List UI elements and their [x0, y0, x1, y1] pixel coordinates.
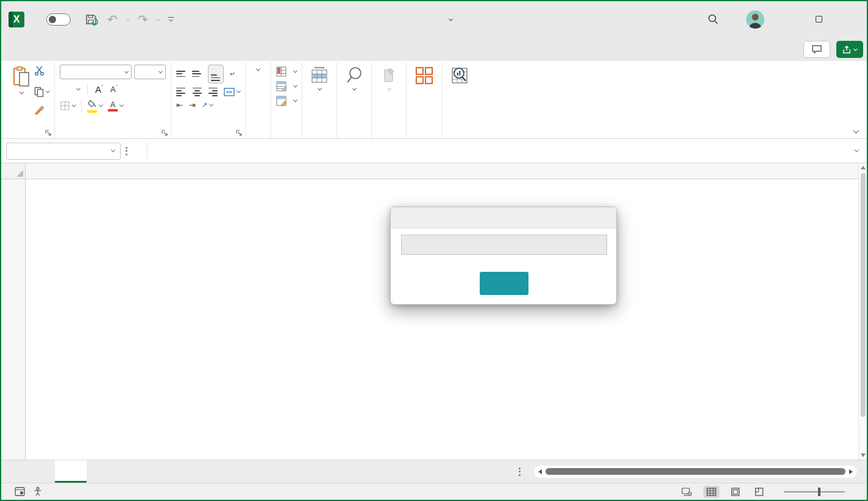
- align-center-icon[interactable]: [192, 88, 202, 97]
- dialog-close-icon[interactable]: [594, 207, 610, 229]
- decrease-indent-icon[interactable]: ⇤: [176, 101, 183, 110]
- maximize-button[interactable]: [809, 14, 828, 25]
- cells-button[interactable]: [307, 65, 332, 92]
- tab-automate[interactable]: [127, 45, 141, 54]
- cell-styles-button[interactable]: [276, 96, 297, 106]
- tab-accueil[interactable]: [24, 45, 39, 54]
- scroll-left-icon[interactable]: [538, 469, 542, 474]
- number-format-button[interactable]: [251, 65, 266, 71]
- addins-button[interactable]: [411, 65, 437, 88]
- save-icon[interactable]: [85, 13, 99, 26]
- merge-center-button[interactable]: [224, 88, 240, 96]
- align-bottom-button[interactable]: [208, 65, 224, 84]
- format-as-table-button[interactable]: [276, 81, 297, 91]
- align-middle-icon[interactable]: [192, 71, 202, 77]
- comments-button[interactable]: [803, 41, 830, 58]
- scroll-right-icon[interactable]: [849, 469, 853, 474]
- page-break-view-icon: [755, 488, 764, 496]
- accessibility-status[interactable]: [34, 487, 44, 496]
- tab-fichier[interactable]: [10, 45, 24, 54]
- scroll-down-icon[interactable]: [861, 453, 866, 457]
- tab-developpeur[interactable]: [141, 45, 156, 54]
- font-size-select[interactable]: [134, 65, 166, 79]
- range-input[interactable]: [401, 235, 607, 255]
- align-right-icon[interactable]: [208, 88, 218, 97]
- orientation-button[interactable]: ↗: [202, 101, 213, 109]
- horizontal-scrollbar[interactable]: [534, 466, 857, 478]
- toggle-knob: [49, 16, 56, 23]
- fill-color-button[interactable]: [87, 99, 102, 113]
- share-button[interactable]: [836, 41, 863, 58]
- page-break-view-button[interactable]: [752, 486, 767, 498]
- title-bar: X ↶ ↷: [1, 1, 867, 38]
- conditional-formatting-button[interactable]: [276, 66, 297, 77]
- editing-button[interactable]: [342, 65, 366, 92]
- customize-qat-button[interactable]: [168, 17, 174, 23]
- font-color-button[interactable]: A: [108, 101, 123, 112]
- tab-revision[interactable]: [98, 45, 112, 54]
- clipboard-icon: [12, 66, 31, 88]
- tab-donnees[interactable]: [83, 45, 98, 54]
- undo-button[interactable]: ↶: [107, 13, 118, 26]
- zoom-slider[interactable]: [784, 491, 845, 492]
- group-cells: [302, 62, 337, 138]
- font-dialog-launcher-icon[interactable]: [162, 130, 168, 136]
- undo-chevron-icon[interactable]: [126, 16, 130, 21]
- ok-button[interactable]: [480, 272, 528, 295]
- alignment-dialog-launcher-icon[interactable]: [236, 130, 242, 136]
- macro-record-icon[interactable]: [15, 487, 25, 496]
- page-layout-view-button[interactable]: [728, 486, 743, 498]
- vertical-scroll-thumb[interactable]: [861, 173, 866, 417]
- tab-aide[interactable]: [156, 45, 171, 54]
- horizontal-scroll-thumb[interactable]: [546, 468, 845, 475]
- excel-logo-icon[interactable]: X: [9, 12, 24, 27]
- group-font: Aˆ Aˇ A: [55, 62, 171, 138]
- increase-indent-icon[interactable]: ⇥: [189, 101, 196, 110]
- paste-chevron-icon[interactable]: [19, 90, 23, 94]
- cut-button[interactable]: [34, 66, 49, 78]
- group-alignment: ↵ ⇤ ⇥ ↗: [171, 62, 246, 138]
- zoom-slider-handle[interactable]: [818, 488, 820, 496]
- decrease-font-button[interactable]: Aˇ: [110, 84, 118, 94]
- redo-button[interactable]: ↷: [138, 13, 148, 26]
- sheet-tab-source-listing[interactable]: [55, 460, 87, 483]
- select-all-corner[interactable]: [1, 163, 26, 179]
- clipboard-dialog-launcher-icon[interactable]: [45, 130, 51, 136]
- name-box[interactable]: [6, 143, 121, 160]
- expand-formula-bar-icon[interactable]: [855, 148, 859, 152]
- scissors-icon: [34, 66, 44, 76]
- font-name-select[interactable]: [60, 65, 132, 79]
- tab-insertion[interactable]: [39, 45, 54, 54]
- underline-chevron-icon[interactable]: [76, 86, 80, 90]
- paste-button[interactable]: [9, 65, 34, 96]
- title-chevron-icon[interactable]: [449, 16, 453, 21]
- autosave-toggle[interactable]: [46, 13, 71, 26]
- data-analysis-button[interactable]: [447, 65, 473, 88]
- tab-myreport[interactable]: [171, 45, 185, 54]
- copy-button[interactable]: [34, 87, 49, 97]
- tab-mise-en-page[interactable]: [54, 45, 68, 54]
- sheet-options-icon[interactable]: [519, 467, 521, 476]
- borders-button[interactable]: [60, 101, 76, 111]
- scroll-up-icon[interactable]: [861, 166, 866, 169]
- display-settings-button[interactable]: [681, 488, 695, 496]
- align-left-icon[interactable]: [176, 88, 186, 97]
- wrap-text-button[interactable]: ↵: [230, 70, 235, 78]
- align-top-icon[interactable]: [176, 71, 186, 77]
- document-title[interactable]: [180, 18, 701, 21]
- normal-view-button[interactable]: [703, 486, 719, 498]
- avatar[interactable]: [746, 10, 764, 29]
- tab-formules[interactable]: [68, 45, 83, 54]
- vertical-scrollbar[interactable]: [858, 163, 867, 460]
- formula-bar-handle[interactable]: [126, 147, 127, 155]
- tabs-right-buttons: [803, 41, 863, 58]
- format-painter-button[interactable]: [34, 105, 49, 117]
- tab-affichage[interactable]: [112, 45, 127, 54]
- increase-font-button[interactable]: Aˆ: [95, 84, 103, 94]
- copy-chevron-icon[interactable]: [46, 88, 50, 93]
- search-icon[interactable]: [707, 13, 719, 26]
- excel-window: X ↶ ↷: [0, 0, 868, 501]
- sensitivity-button[interactable]: [377, 65, 401, 92]
- redo-chevron-icon[interactable]: [155, 16, 160, 21]
- collapse-ribbon-icon[interactable]: [853, 127, 859, 133]
